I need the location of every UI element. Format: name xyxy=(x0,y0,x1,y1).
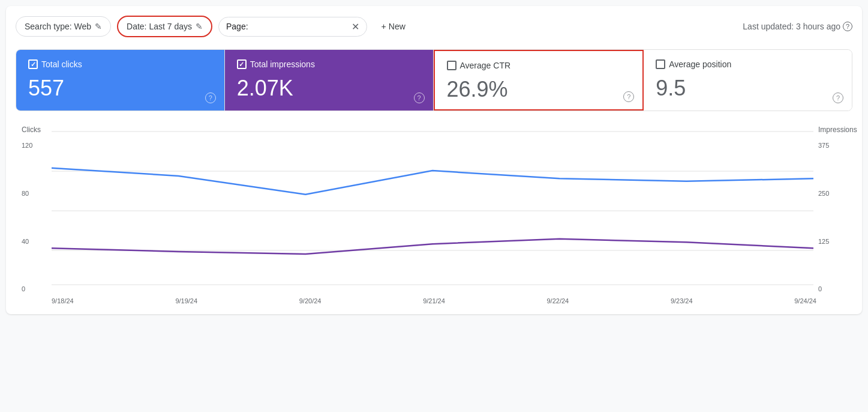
x-axis-label: 9/18/24 xyxy=(52,297,74,304)
filter-bar: Search type: Web ✎ Date: Last 7 days ✎ P… xyxy=(16,16,852,37)
total-impressions-card[interactable]: Total impressions 2.07K ? xyxy=(225,50,434,111)
total-impressions-label: Total impressions xyxy=(250,59,315,69)
new-btn-icon: + xyxy=(382,22,386,31)
total-clicks-value: 557 xyxy=(28,75,212,101)
average-position-label: Average position xyxy=(669,59,731,69)
y-axis-right-title: Impressions xyxy=(818,126,846,134)
total-impressions-value: 2.07K xyxy=(237,75,421,101)
last-updated-help-icon[interactable]: ? xyxy=(843,22,852,31)
average-ctr-label: Average CTR xyxy=(460,61,511,70)
average-ctr-header: Average CTR xyxy=(447,61,631,70)
y-left-label-120: 120 xyxy=(22,142,47,149)
y-left-label-0: 0 xyxy=(22,286,47,292)
y-left-label-40: 40 xyxy=(22,238,47,245)
new-btn-label: New xyxy=(389,22,406,31)
page-clear-button[interactable]: ✕ xyxy=(352,21,359,32)
average-position-card[interactable]: Average position 9.5 ? xyxy=(644,50,852,111)
total-clicks-checkbox[interactable] xyxy=(28,59,38,69)
y-axis-left-title: Clicks xyxy=(22,126,47,134)
total-clicks-card[interactable]: Total clicks 557 ? xyxy=(16,50,225,111)
x-axis-label: 9/20/24 xyxy=(299,297,322,304)
date-filter[interactable]: Date: Last 7 days ✎ xyxy=(117,16,212,37)
x-axis-label: 9/24/24 xyxy=(794,297,816,304)
x-axis-label: 9/22/24 xyxy=(547,297,569,304)
metrics-row: Total clicks 557 ? Total impressions 2.0… xyxy=(16,49,852,111)
line-chart xyxy=(52,126,813,294)
last-updated-text: Last updated: 3 hours ago ? xyxy=(743,22,852,31)
impressions-line xyxy=(52,239,813,254)
x-axis-label: 9/21/24 xyxy=(423,297,445,304)
x-axis-label: 9/23/24 xyxy=(671,297,693,304)
average-ctr-value: 26.9% xyxy=(447,76,631,102)
date-label: Date: Last 7 days xyxy=(127,22,192,31)
page-filter: Page: ✕ xyxy=(218,17,367,37)
total-clicks-help-icon[interactable]: ? xyxy=(205,92,216,103)
clicks-line xyxy=(52,168,813,195)
y-right-label-250: 250 xyxy=(818,190,846,197)
x-axis-label: 9/19/24 xyxy=(175,297,197,304)
page-input[interactable] xyxy=(252,22,348,31)
average-position-value: 9.5 xyxy=(656,75,840,101)
new-button[interactable]: + New xyxy=(373,17,414,36)
total-clicks-header: Total clicks xyxy=(28,59,212,69)
chart-area: Clicks 120 80 40 0 xyxy=(16,126,852,304)
search-type-label: Search type: Web xyxy=(25,22,91,31)
x-axis-labels: 9/18/249/19/249/20/249/21/249/22/249/23/… xyxy=(52,294,816,304)
average-position-checkbox[interactable] xyxy=(656,59,665,69)
y-left-label-80: 80 xyxy=(22,190,47,197)
total-impressions-help-icon[interactable]: ? xyxy=(414,92,425,103)
average-position-help-icon[interactable]: ? xyxy=(833,92,843,103)
average-position-header: Average position xyxy=(656,59,840,69)
search-type-filter[interactable]: Search type: Web ✎ xyxy=(16,16,111,37)
total-impressions-header: Total impressions xyxy=(237,59,421,69)
average-ctr-card[interactable]: Average CTR 26.9% ? xyxy=(434,50,644,111)
search-type-edit-icon[interactable]: ✎ xyxy=(95,22,102,31)
y-right-label-0: 0 xyxy=(818,286,846,292)
average-ctr-checkbox[interactable] xyxy=(447,61,456,70)
total-impressions-checkbox[interactable] xyxy=(237,59,247,69)
page-label: Page: xyxy=(226,22,248,31)
average-ctr-help-icon[interactable]: ? xyxy=(623,91,634,102)
y-right-label-125: 125 xyxy=(818,238,846,245)
y-right-label-375: 375 xyxy=(818,142,846,149)
date-edit-icon[interactable]: ✎ xyxy=(196,22,203,31)
total-clicks-label: Total clicks xyxy=(41,59,82,69)
